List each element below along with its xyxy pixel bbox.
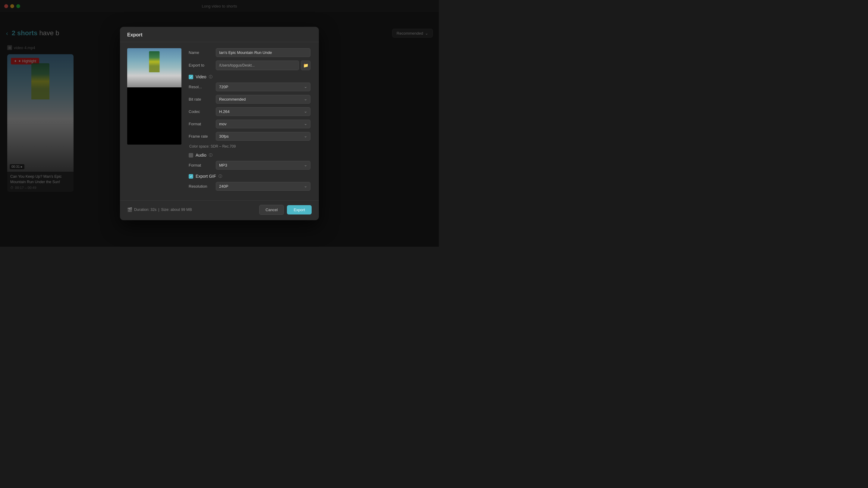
format-row: Format mov mp4 avi mkv (189, 120, 310, 128)
audio-format-select[interactable]: MP3 AAC WAV (216, 161, 310, 170)
preview-bottom-black (127, 87, 181, 144)
gif-resolution-label: Resolution (189, 184, 216, 189)
audio-format-label: Format (189, 163, 216, 167)
bitrate-row: Bit rate Recommended Low High (189, 95, 310, 104)
resolution-select[interactable]: 720P 360P 480P 1080P 2K 4K (216, 83, 310, 91)
export-settings: Name Export to 📁 Video ⓘ Resol... (189, 48, 312, 194)
export-dialog: Export Name Export to (120, 27, 319, 220)
cancel-button[interactable]: Cancel (259, 205, 284, 215)
video-section-header: Video ⓘ (189, 74, 310, 79)
resolution-select-wrapper: 720P 360P 480P 1080P 2K 4K (216, 83, 310, 91)
duration-text: Duration: 32s (134, 207, 156, 212)
gif-resolution-row: Resolution 240P 120P 360P 480P (189, 182, 310, 191)
export-footer: 🎬 Duration: 32s | Size: about 99 MB Canc… (120, 200, 319, 220)
preview-top-frame (127, 48, 181, 87)
audio-section-title: Audio (195, 153, 207, 158)
video-info-icon[interactable]: ⓘ (209, 74, 213, 79)
export-to-field-group: 📁 (216, 61, 310, 70)
preview-video-container (127, 48, 181, 144)
audio-enabled-checkbox[interactable] (189, 153, 193, 158)
video-enabled-checkbox[interactable] (189, 75, 193, 79)
codec-row: Codec H.264 H.265 ProRes (189, 107, 310, 116)
codec-select-wrapper: H.264 H.265 ProRes (216, 107, 310, 116)
framerate-label: Frame rate (189, 134, 216, 138)
codec-select[interactable]: H.264 H.265 ProRes (216, 107, 310, 116)
export-header: Export (120, 27, 319, 42)
name-label: Name (189, 50, 216, 55)
framerate-select[interactable]: 30fps 24fps 25fps 60fps (216, 132, 310, 141)
export-title: Export (127, 32, 143, 37)
audio-info-icon[interactable]: ⓘ (209, 153, 213, 158)
bitrate-select[interactable]: Recommended Low High (216, 95, 310, 104)
resolution-row: Resol... 720P 360P 480P 1080P 2K 4K (189, 83, 310, 91)
resolution-label: Resol... (189, 85, 216, 89)
gif-resolution-select[interactable]: 240P 120P 360P 480P (216, 182, 310, 191)
export-to-label: Export to (189, 63, 216, 67)
codec-label: Codec (189, 109, 216, 114)
export-preview (127, 48, 181, 194)
film-icon: 🎬 (127, 207, 132, 212)
gif-section-title: Export GIF (195, 174, 216, 178)
size-text: Size: about 99 MB (161, 207, 192, 212)
bitrate-select-wrapper: Recommended Low High (216, 95, 310, 104)
gif-enabled-checkbox[interactable] (189, 174, 193, 178)
audio-section-header: Audio ⓘ (189, 153, 310, 158)
color-space-text: Color space: SDR – Rec.709 (189, 144, 310, 149)
framerate-row: Frame rate 30fps 24fps 25fps 60fps (189, 132, 310, 141)
video-section-title: Video (195, 74, 207, 79)
preview-figure-silhouette (149, 51, 160, 72)
audio-format-select-wrapper: MP3 AAC WAV (216, 161, 310, 170)
gif-resolution-select-wrapper: 240P 120P 360P 480P (216, 182, 310, 191)
export-button[interactable]: Export (287, 205, 312, 215)
name-input[interactable] (216, 48, 310, 57)
format-select-wrapper: mov mp4 avi mkv (216, 120, 310, 128)
export-path-input[interactable] (216, 61, 299, 70)
bitrate-label: Bit rate (189, 97, 216, 101)
format-select[interactable]: mov mp4 avi mkv (216, 120, 310, 128)
browse-folder-button[interactable]: 📁 (301, 61, 310, 70)
audio-format-row: Format MP3 AAC WAV (189, 161, 310, 170)
framerate-select-wrapper: 30fps 24fps 25fps 60fps (216, 132, 310, 141)
export-to-row: Export to 📁 (189, 61, 310, 70)
export-body: Name Export to 📁 Video ⓘ Resol... (120, 42, 319, 200)
name-row: Name (189, 48, 310, 57)
gif-info-icon[interactable]: ⓘ (218, 174, 222, 179)
format-label: Format (189, 122, 216, 126)
export-info: 🎬 Duration: 32s | Size: about 99 MB (127, 207, 256, 212)
separator: | (158, 207, 159, 212)
gif-section-header: Export GIF ⓘ (189, 174, 310, 179)
